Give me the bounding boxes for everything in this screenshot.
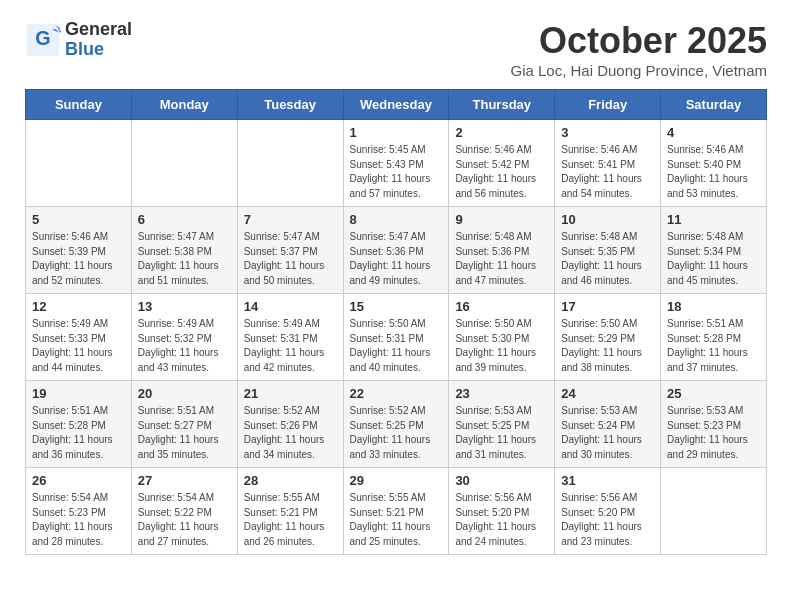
- calendar-cell: 19Sunrise: 5:51 AM Sunset: 5:28 PM Dayli…: [26, 381, 132, 468]
- day-info: Sunrise: 5:46 AM Sunset: 5:40 PM Dayligh…: [667, 143, 760, 201]
- day-info: Sunrise: 5:52 AM Sunset: 5:26 PM Dayligh…: [244, 404, 337, 462]
- day-number: 27: [138, 473, 231, 488]
- week-row-2: 5Sunrise: 5:46 AM Sunset: 5:39 PM Daylig…: [26, 207, 767, 294]
- calendar-cell: 13Sunrise: 5:49 AM Sunset: 5:32 PM Dayli…: [131, 294, 237, 381]
- calendar-cell: 27Sunrise: 5:54 AM Sunset: 5:22 PM Dayli…: [131, 468, 237, 555]
- calendar-cell: 30Sunrise: 5:56 AM Sunset: 5:20 PM Dayli…: [449, 468, 555, 555]
- day-info: Sunrise: 5:51 AM Sunset: 5:28 PM Dayligh…: [32, 404, 125, 462]
- day-number: 15: [350, 299, 443, 314]
- day-header-wednesday: Wednesday: [343, 90, 449, 120]
- calendar-cell: 11Sunrise: 5:48 AM Sunset: 5:34 PM Dayli…: [661, 207, 767, 294]
- day-number: 16: [455, 299, 548, 314]
- logo-general-text: General: [65, 20, 132, 40]
- day-info: Sunrise: 5:54 AM Sunset: 5:23 PM Dayligh…: [32, 491, 125, 549]
- calendar-cell: 25Sunrise: 5:53 AM Sunset: 5:23 PM Dayli…: [661, 381, 767, 468]
- month-title: October 2025: [510, 20, 767, 62]
- day-number: 25: [667, 386, 760, 401]
- week-row-1: 1Sunrise: 5:45 AM Sunset: 5:43 PM Daylig…: [26, 120, 767, 207]
- day-header-saturday: Saturday: [661, 90, 767, 120]
- calendar-cell: 15Sunrise: 5:50 AM Sunset: 5:31 PM Dayli…: [343, 294, 449, 381]
- calendar-cell: 14Sunrise: 5:49 AM Sunset: 5:31 PM Dayli…: [237, 294, 343, 381]
- day-info: Sunrise: 5:48 AM Sunset: 5:36 PM Dayligh…: [455, 230, 548, 288]
- calendar-cell: 29Sunrise: 5:55 AM Sunset: 5:21 PM Dayli…: [343, 468, 449, 555]
- calendar-cell: 20Sunrise: 5:51 AM Sunset: 5:27 PM Dayli…: [131, 381, 237, 468]
- day-number: 14: [244, 299, 337, 314]
- day-info: Sunrise: 5:45 AM Sunset: 5:43 PM Dayligh…: [350, 143, 443, 201]
- day-number: 9: [455, 212, 548, 227]
- day-info: Sunrise: 5:55 AM Sunset: 5:21 PM Dayligh…: [244, 491, 337, 549]
- day-info: Sunrise: 5:47 AM Sunset: 5:38 PM Dayligh…: [138, 230, 231, 288]
- day-number: 28: [244, 473, 337, 488]
- calendar-cell: 21Sunrise: 5:52 AM Sunset: 5:26 PM Dayli…: [237, 381, 343, 468]
- svg-text:G: G: [35, 27, 50, 49]
- day-number: 3: [561, 125, 654, 140]
- day-info: Sunrise: 5:50 AM Sunset: 5:29 PM Dayligh…: [561, 317, 654, 375]
- calendar-cell: 18Sunrise: 5:51 AM Sunset: 5:28 PM Dayli…: [661, 294, 767, 381]
- calendar-cell: 28Sunrise: 5:55 AM Sunset: 5:21 PM Dayli…: [237, 468, 343, 555]
- calendar-cell: 9Sunrise: 5:48 AM Sunset: 5:36 PM Daylig…: [449, 207, 555, 294]
- day-number: 29: [350, 473, 443, 488]
- day-number: 6: [138, 212, 231, 227]
- calendar-cell: 31Sunrise: 5:56 AM Sunset: 5:20 PM Dayli…: [555, 468, 661, 555]
- day-info: Sunrise: 5:48 AM Sunset: 5:34 PM Dayligh…: [667, 230, 760, 288]
- calendar-cell: [131, 120, 237, 207]
- day-info: Sunrise: 5:49 AM Sunset: 5:32 PM Dayligh…: [138, 317, 231, 375]
- logo: G General Blue: [25, 20, 132, 60]
- day-info: Sunrise: 5:51 AM Sunset: 5:28 PM Dayligh…: [667, 317, 760, 375]
- day-info: Sunrise: 5:50 AM Sunset: 5:31 PM Dayligh…: [350, 317, 443, 375]
- logo-icon: G: [25, 22, 61, 58]
- calendar-cell: [237, 120, 343, 207]
- day-number: 5: [32, 212, 125, 227]
- day-header-friday: Friday: [555, 90, 661, 120]
- calendar-cell: 16Sunrise: 5:50 AM Sunset: 5:30 PM Dayli…: [449, 294, 555, 381]
- day-info: Sunrise: 5:49 AM Sunset: 5:31 PM Dayligh…: [244, 317, 337, 375]
- calendar-table: SundayMondayTuesdayWednesdayThursdayFrid…: [25, 89, 767, 555]
- logo-blue-text: Blue: [65, 40, 132, 60]
- day-number: 7: [244, 212, 337, 227]
- day-info: Sunrise: 5:47 AM Sunset: 5:36 PM Dayligh…: [350, 230, 443, 288]
- location-title: Gia Loc, Hai Duong Province, Vietnam: [510, 62, 767, 79]
- calendar-cell: 3Sunrise: 5:46 AM Sunset: 5:41 PM Daylig…: [555, 120, 661, 207]
- calendar-cell: 22Sunrise: 5:52 AM Sunset: 5:25 PM Dayli…: [343, 381, 449, 468]
- day-header-thursday: Thursday: [449, 90, 555, 120]
- day-number: 30: [455, 473, 548, 488]
- day-number: 1: [350, 125, 443, 140]
- calendar-cell: 12Sunrise: 5:49 AM Sunset: 5:33 PM Dayli…: [26, 294, 132, 381]
- day-number: 24: [561, 386, 654, 401]
- calendar-cell: 17Sunrise: 5:50 AM Sunset: 5:29 PM Dayli…: [555, 294, 661, 381]
- day-info: Sunrise: 5:52 AM Sunset: 5:25 PM Dayligh…: [350, 404, 443, 462]
- header: G General Blue October 2025 Gia Loc, Hai…: [25, 20, 767, 79]
- day-number: 12: [32, 299, 125, 314]
- day-info: Sunrise: 5:49 AM Sunset: 5:33 PM Dayligh…: [32, 317, 125, 375]
- day-info: Sunrise: 5:53 AM Sunset: 5:25 PM Dayligh…: [455, 404, 548, 462]
- calendar-cell: 26Sunrise: 5:54 AM Sunset: 5:23 PM Dayli…: [26, 468, 132, 555]
- logo-text: General Blue: [65, 20, 132, 60]
- day-info: Sunrise: 5:50 AM Sunset: 5:30 PM Dayligh…: [455, 317, 548, 375]
- calendar-cell: 7Sunrise: 5:47 AM Sunset: 5:37 PM Daylig…: [237, 207, 343, 294]
- week-row-4: 19Sunrise: 5:51 AM Sunset: 5:28 PM Dayli…: [26, 381, 767, 468]
- calendar-cell: [661, 468, 767, 555]
- day-number: 23: [455, 386, 548, 401]
- day-number: 26: [32, 473, 125, 488]
- calendar-cell: [26, 120, 132, 207]
- day-number: 22: [350, 386, 443, 401]
- calendar-cell: 23Sunrise: 5:53 AM Sunset: 5:25 PM Dayli…: [449, 381, 555, 468]
- day-number: 17: [561, 299, 654, 314]
- week-row-3: 12Sunrise: 5:49 AM Sunset: 5:33 PM Dayli…: [26, 294, 767, 381]
- day-header-sunday: Sunday: [26, 90, 132, 120]
- day-info: Sunrise: 5:46 AM Sunset: 5:39 PM Dayligh…: [32, 230, 125, 288]
- calendar-cell: 8Sunrise: 5:47 AM Sunset: 5:36 PM Daylig…: [343, 207, 449, 294]
- day-info: Sunrise: 5:56 AM Sunset: 5:20 PM Dayligh…: [455, 491, 548, 549]
- day-number: 2: [455, 125, 548, 140]
- day-number: 10: [561, 212, 654, 227]
- day-info: Sunrise: 5:56 AM Sunset: 5:20 PM Dayligh…: [561, 491, 654, 549]
- day-info: Sunrise: 5:55 AM Sunset: 5:21 PM Dayligh…: [350, 491, 443, 549]
- day-info: Sunrise: 5:47 AM Sunset: 5:37 PM Dayligh…: [244, 230, 337, 288]
- day-number: 11: [667, 212, 760, 227]
- day-info: Sunrise: 5:53 AM Sunset: 5:24 PM Dayligh…: [561, 404, 654, 462]
- day-info: Sunrise: 5:54 AM Sunset: 5:22 PM Dayligh…: [138, 491, 231, 549]
- calendar-cell: 10Sunrise: 5:48 AM Sunset: 5:35 PM Dayli…: [555, 207, 661, 294]
- calendar-cell: 24Sunrise: 5:53 AM Sunset: 5:24 PM Dayli…: [555, 381, 661, 468]
- day-number: 8: [350, 212, 443, 227]
- day-info: Sunrise: 5:53 AM Sunset: 5:23 PM Dayligh…: [667, 404, 760, 462]
